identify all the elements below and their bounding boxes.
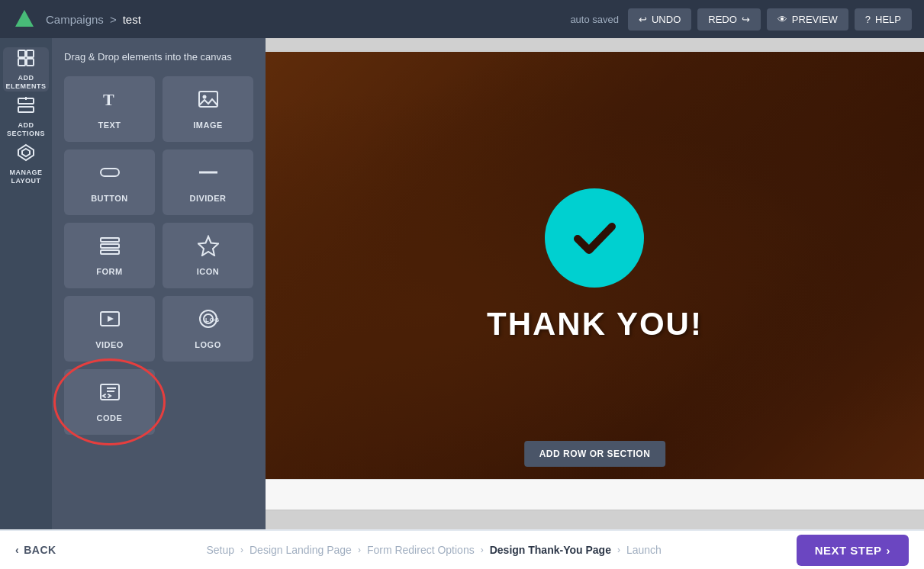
next-arrow-icon: › bbox=[887, 544, 891, 557]
next-step-button[interactable]: NEXT STEP › bbox=[797, 535, 909, 566]
button-element-label: BUTTON bbox=[91, 194, 128, 203]
canvas-content: THANK YOU! ADD ROW OR SECTION bbox=[266, 52, 924, 479]
help-button[interactable]: ? HELP bbox=[855, 8, 912, 31]
logo-element-label: LOGO bbox=[195, 340, 221, 349]
video-element-label: VIDEO bbox=[95, 340, 124, 349]
bc-design-thankyou[interactable]: Design Thank-You Page bbox=[490, 544, 611, 556]
element-button[interactable]: BUTTON bbox=[64, 149, 155, 215]
element-code[interactable]: CODE bbox=[64, 369, 155, 435]
image-element-label: IMAGE bbox=[193, 121, 223, 130]
svg-rect-3 bbox=[18, 59, 25, 66]
svg-rect-18 bbox=[101, 250, 119, 254]
bc-launch[interactable]: Launch bbox=[626, 544, 662, 556]
manage-layout-icon bbox=[17, 143, 35, 166]
element-logo[interactable]: LOGO LOGO bbox=[163, 296, 253, 362]
undo-icon: ↩ bbox=[639, 14, 647, 25]
elements-panel: Drag & Drop elements into the canvas T T… bbox=[52, 38, 266, 529]
breadcrumb: Campaigns > test bbox=[46, 13, 561, 26]
svg-text:T: T bbox=[103, 90, 114, 109]
sidebar-item-manage-layout[interactable]: MANAGELAYOUT bbox=[3, 142, 49, 186]
bc-form-redirect[interactable]: Form Redirect Options bbox=[367, 544, 475, 556]
top-navigation: Campaigns > test auto saved ↩ UNDO REDO … bbox=[0, 0, 924, 38]
left-sidebar: ADDELEMENTS ADDSECTIONS MANAGELAYOUT bbox=[0, 38, 52, 529]
svg-marker-9 bbox=[18, 145, 34, 160]
bc-arrow-2: › bbox=[358, 545, 361, 555]
svg-rect-1 bbox=[18, 50, 25, 57]
success-check-circle bbox=[545, 188, 644, 288]
elements-grid: T TEXT IMAGE bbox=[64, 76, 253, 435]
preview-icon: 👁 bbox=[778, 14, 787, 25]
add-row-button[interactable]: ADD ROW OR SECTION bbox=[524, 441, 666, 467]
thank-you-text: THANK YOU! bbox=[487, 306, 703, 342]
svg-marker-0 bbox=[15, 10, 34, 27]
breadcrumb-arrow: > bbox=[110, 13, 117, 26]
redo-button[interactable]: REDO ↪ bbox=[697, 8, 761, 31]
divider-element-label: DIVIDER bbox=[189, 194, 226, 203]
divider-element-icon bbox=[198, 162, 219, 188]
svg-rect-14 bbox=[101, 169, 119, 176]
canvas-bottom-bar bbox=[266, 479, 924, 510]
bc-arrow-4: › bbox=[617, 545, 620, 555]
image-element-icon bbox=[198, 88, 219, 114]
current-campaign: test bbox=[123, 13, 141, 26]
add-elements-icon bbox=[17, 49, 35, 71]
form-element-icon bbox=[99, 235, 121, 261]
preview-button[interactable]: 👁 PREVIEW bbox=[767, 8, 848, 31]
element-text[interactable]: T TEXT bbox=[64, 76, 155, 142]
sidebar-item-add-elements[interactable]: ADDELEMENTS bbox=[3, 47, 49, 92]
help-icon: ? bbox=[865, 14, 871, 25]
checkmark-icon bbox=[566, 210, 623, 267]
redo-icon: ↪ bbox=[742, 14, 750, 25]
svg-marker-10 bbox=[22, 149, 30, 156]
form-element-label: FORM bbox=[96, 267, 122, 276]
undo-button[interactable]: ↩ UNDO bbox=[628, 8, 691, 31]
text-element-icon: T bbox=[99, 88, 121, 114]
icon-element-label: ICON bbox=[197, 267, 220, 276]
svg-rect-2 bbox=[27, 50, 34, 57]
bc-arrow-3: › bbox=[481, 545, 484, 555]
bc-setup[interactable]: Setup bbox=[206, 544, 234, 556]
top-nav-actions: auto saved ↩ UNDO REDO ↪ 👁 PREVIEW ? HEL… bbox=[570, 8, 912, 31]
back-arrow-icon: ‹ bbox=[15, 544, 19, 556]
code-element-icon bbox=[99, 381, 121, 407]
element-icon[interactable]: ICON bbox=[163, 223, 253, 288]
auto-saved-label: auto saved bbox=[570, 14, 619, 25]
svg-rect-16 bbox=[101, 238, 119, 242]
svg-point-13 bbox=[202, 95, 206, 99]
element-divider[interactable]: DIVIDER bbox=[163, 149, 253, 215]
manage-layout-label: MANAGELAYOUT bbox=[10, 169, 43, 185]
element-form[interactable]: FORM bbox=[64, 223, 155, 288]
svg-marker-19 bbox=[198, 236, 218, 256]
logo-icon bbox=[14, 8, 35, 30]
add-elements-label: ADDELEMENTS bbox=[5, 74, 46, 91]
add-sections-icon bbox=[17, 96, 35, 118]
bc-arrow-1: › bbox=[240, 545, 243, 555]
back-button[interactable]: ‹ BACK bbox=[15, 544, 56, 556]
element-code-wrapper: CODE bbox=[64, 369, 155, 435]
svg-marker-21 bbox=[108, 316, 114, 322]
video-element-icon bbox=[99, 308, 121, 334]
icon-element-icon bbox=[198, 235, 219, 261]
bottom-bar: ‹ BACK Setup › Design Landing Page › For… bbox=[0, 529, 924, 569]
add-sections-label: ADDSECTIONS bbox=[7, 121, 45, 138]
button-element-icon bbox=[99, 162, 121, 188]
code-element-label: CODE bbox=[97, 413, 123, 423]
canvas: THANK YOU! ADD ROW OR SECTION bbox=[266, 50, 924, 511]
svg-rect-4 bbox=[27, 59, 34, 66]
bc-design-landing[interactable]: Design Landing Page bbox=[250, 544, 352, 556]
canvas-area[interactable]: THANK YOU! ADD ROW OR SECTION bbox=[266, 38, 924, 529]
app-logo bbox=[12, 7, 37, 31]
main-area: ADDELEMENTS ADDSECTIONS MANAGELAYOUT Dra… bbox=[0, 38, 924, 529]
canvas-center-content: THANK YOU! bbox=[487, 188, 703, 342]
text-element-label: TEXT bbox=[98, 121, 121, 130]
logo-element-icon: LOGO bbox=[198, 308, 219, 334]
element-video[interactable]: VIDEO bbox=[64, 296, 155, 362]
svg-text:LOGO: LOGO bbox=[205, 317, 219, 323]
bottom-breadcrumb: Setup › Design Landing Page › Form Redir… bbox=[72, 544, 797, 556]
panel-title: Drag & Drop elements into the canvas bbox=[64, 50, 253, 64]
svg-rect-6 bbox=[18, 107, 34, 112]
element-image[interactable]: IMAGE bbox=[163, 76, 253, 142]
campaigns-link[interactable]: Campaigns bbox=[46, 13, 104, 26]
sidebar-item-add-sections[interactable]: ADDSECTIONS bbox=[3, 95, 49, 139]
svg-rect-17 bbox=[101, 244, 119, 248]
